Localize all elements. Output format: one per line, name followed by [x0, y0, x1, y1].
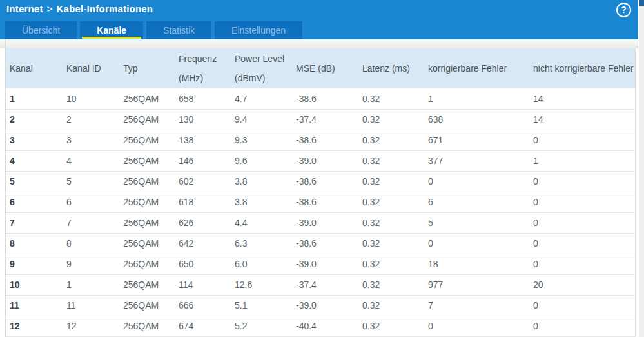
table-cell: 9.4 — [231, 109, 292, 130]
tab-einstellungen[interactable]: Einstellungen — [215, 21, 302, 39]
table-cell: 256QAM — [119, 295, 175, 316]
breadcrumb-item-internet[interactable]: Internet — [6, 3, 43, 14]
table-cell: 0.32 — [358, 88, 424, 109]
table-cell: 0.32 — [358, 274, 424, 295]
table-cell: 256QAM — [119, 274, 175, 295]
table-cell: 650 — [175, 254, 231, 274]
table-cell: -37.4 — [292, 109, 358, 130]
column-header: Power Level(dBmV) — [231, 48, 292, 88]
table-header-row: KanalKanal IDTypFrequenz(MHz)Power Level… — [6, 48, 635, 88]
table-cell: 7 — [6, 212, 63, 233]
table-cell: 20 — [529, 274, 635, 295]
table-cell: 3 — [63, 130, 119, 150]
table-cell: 0 — [424, 233, 529, 254]
column-header: MSE (dB) — [292, 48, 358, 88]
scrollbar-thumb[interactable] — [639, 0, 644, 6]
column-header: Typ — [119, 48, 175, 88]
table-cell: 9.6 — [231, 150, 292, 171]
table-cell: 6.3 — [231, 233, 292, 254]
table-cell: -38.6 — [292, 233, 358, 254]
vertical-scrollbar[interactable] — [639, 0, 644, 337]
table-row: 22256QAM1309.4-37.40.3263814 — [6, 109, 635, 130]
breadcrumb: Internet>Kabel-Informationen — [6, 3, 153, 16]
table-cell: 3.8 — [231, 192, 292, 212]
column-header: Kanal ID — [63, 48, 119, 88]
table-cell: 5 — [6, 171, 63, 192]
table-cell: 4 — [6, 150, 63, 171]
table-cell: 146 — [175, 150, 231, 171]
table-cell: 602 — [175, 171, 231, 192]
table-cell: 14 — [529, 88, 635, 109]
table-cell: 626 — [175, 212, 231, 233]
table-cell: 5.2 — [231, 316, 292, 336]
tab-kanaele[interactable]: Kanäle — [80, 21, 143, 39]
table-cell: 6 — [424, 192, 529, 212]
channel-table-container: KanalKanal IDTypFrequenz(MHz)Power Level… — [6, 48, 635, 337]
breadcrumb-separator-icon: > — [43, 3, 57, 14]
table-cell: 256QAM — [119, 171, 175, 192]
table-row: 1111256QAM6665.1-39.00.3270 — [6, 295, 635, 316]
tab-uebersicht[interactable]: Übersicht — [5, 21, 77, 39]
table-cell: 12 — [6, 316, 63, 336]
table-cell: 3.8 — [231, 171, 292, 192]
table-cell: 0.32 — [358, 254, 424, 274]
table-row: 110256QAM6584.7-38.60.32114 — [6, 88, 635, 109]
table-cell: 0 — [529, 192, 635, 212]
table-cell: 671 — [424, 130, 529, 150]
table-cell: 977 — [424, 274, 529, 295]
table-cell: 12 — [63, 316, 119, 336]
table-cell: 0.32 — [358, 295, 424, 316]
table-cell: 7 — [424, 295, 529, 316]
table-cell: 1 — [63, 274, 119, 295]
table-cell: 3 — [6, 130, 63, 150]
table-cell: 1 — [529, 150, 635, 171]
table-cell: 0.32 — [358, 109, 424, 130]
table-cell: -40.4 — [292, 316, 358, 336]
table-cell: 9 — [63, 254, 119, 274]
table-cell: 618 — [175, 192, 231, 212]
column-header: korrigierbare Fehler — [424, 48, 529, 88]
table-cell: 0 — [529, 171, 635, 192]
table-row: 55256QAM6023.8-38.60.3200 — [6, 171, 635, 192]
table-cell: -38.6 — [292, 171, 358, 192]
table-cell: 0 — [529, 316, 635, 336]
table-cell: -38.6 — [292, 88, 358, 109]
table-cell: 0.32 — [358, 212, 424, 233]
table-cell: 0 — [529, 130, 635, 150]
table-row: 101256QAM11412.6-37.40.3297720 — [6, 274, 635, 295]
table-cell: 256QAM — [119, 109, 175, 130]
table-cell: 5 — [424, 212, 529, 233]
channel-table: KanalKanal IDTypFrequenz(MHz)Power Level… — [6, 48, 636, 337]
table-cell: 0.32 — [358, 233, 424, 254]
header-bar: Internet>Kabel-Informationen ? Übersicht… — [0, 0, 638, 39]
column-header: Latenz (ms) — [358, 48, 424, 88]
table-cell: 0.32 — [358, 316, 424, 336]
table-cell: 12.6 — [231, 274, 292, 295]
help-icon[interactable]: ? — [616, 3, 631, 17]
table-row: 66256QAM6183.8-38.60.3260 — [6, 192, 635, 212]
column-header: Kanal — [6, 48, 63, 88]
table-cell: 1 — [424, 88, 529, 109]
table-cell: 7 — [63, 212, 119, 233]
table-cell: 256QAM — [119, 212, 175, 233]
table-cell: 9.3 — [231, 130, 292, 150]
table-cell: 4.4 — [231, 212, 292, 233]
column-header: Frequenz(MHz) — [175, 48, 231, 88]
breadcrumb-item-kabel-informationen: Kabel-Informationen — [57, 3, 153, 14]
tab-statistik[interactable]: Statistik — [146, 21, 211, 39]
table-cell: 8 — [6, 233, 63, 254]
table-cell: 377 — [424, 150, 529, 171]
toolbar-divider — [0, 39, 638, 48]
table-cell: -39.0 — [292, 150, 358, 171]
table-cell: 5 — [63, 171, 119, 192]
table-row: 33256QAM1389.3-38.60.326710 — [6, 130, 635, 150]
table-cell: 2 — [6, 109, 63, 130]
table-cell: 0.32 — [358, 150, 424, 171]
table-cell: -39.0 — [292, 254, 358, 274]
table-cell: 666 — [175, 295, 231, 316]
table-body: 110256QAM6584.7-38.60.3211422256QAM1309.… — [6, 88, 635, 336]
table-cell: -39.0 — [292, 212, 358, 233]
table-row: 44256QAM1469.6-39.00.323771 — [6, 150, 635, 171]
table-cell: 256QAM — [119, 192, 175, 212]
table-cell: 11 — [6, 295, 63, 316]
